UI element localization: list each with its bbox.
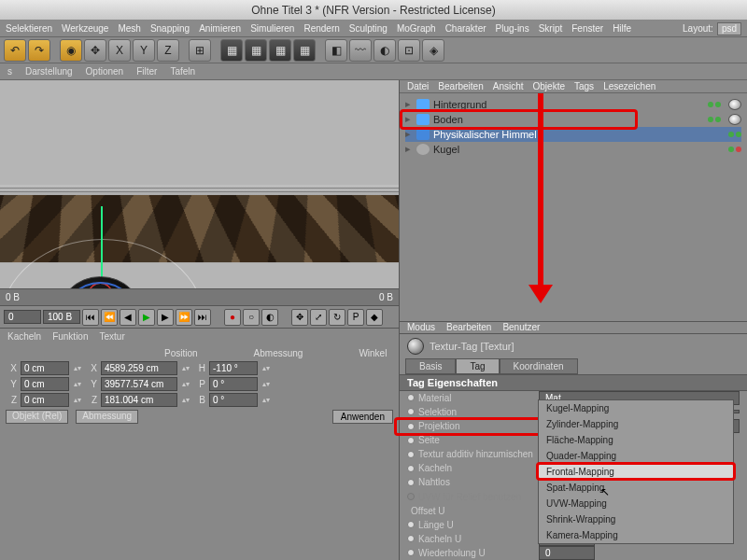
menu-item[interactable]: Mesh	[118, 23, 140, 34]
subtab[interactable]: s	[7, 66, 12, 77]
tree-item-hintergrund[interactable]: ▸ Hintergrund	[405, 97, 741, 112]
tab-basis[interactable]: Basis	[405, 358, 456, 374]
menu-item[interactable]: Charakter	[445, 23, 486, 34]
tree-item-kugel[interactable]: ▸ Kugel	[405, 142, 741, 157]
next-frame-button[interactable]: ▶	[157, 309, 174, 326]
object-tree[interactable]: ▸ Hintergrund ▸ Boden ▸ Physikalischer H…	[400, 93, 747, 322]
menu-item[interactable]: Simulieren	[250, 23, 294, 34]
menu-item[interactable]: Hilfe	[613, 23, 631, 34]
record-button[interactable]: ●	[224, 309, 241, 326]
obj-menu-item[interactable]: Ansicht	[493, 81, 524, 91]
picture-viewer-button[interactable]: ▦	[293, 39, 316, 62]
redo-button[interactable]: ↷	[28, 39, 50, 62]
material-swatch-icon[interactable]	[728, 114, 741, 125]
obj-menu-item[interactable]: Bearbeiten	[438, 81, 483, 91]
axis-x-button[interactable]: X	[108, 39, 131, 62]
spline-button[interactable]: 〰	[349, 39, 372, 62]
prev-frame-button[interactable]: ◀	[120, 309, 136, 326]
subtab[interactable]: Darstellung	[25, 66, 73, 77]
rot-key-button[interactable]: ↻	[329, 309, 345, 326]
subtab[interactable]: Tafeln	[170, 66, 195, 77]
coord-mode-select[interactable]: Objekt (Rel)	[6, 410, 68, 424]
dd-option-selected[interactable]: Frontal-Mapping	[539, 464, 733, 480]
play-forward-button[interactable]: ▶	[138, 309, 155, 326]
axis-z-button[interactable]: Z	[157, 39, 179, 62]
ang-h-field[interactable]	[209, 361, 258, 375]
ang-b-field[interactable]	[209, 393, 258, 407]
axis-y-handle[interactable]	[101, 206, 103, 286]
frame-end-field[interactable]	[43, 310, 80, 324]
viewport[interactable]	[0, 80, 399, 288]
move-button[interactable]: ✥	[84, 39, 106, 62]
dd-option[interactable]: Fläche-Mapping	[539, 432, 733, 448]
dd-option[interactable]: Kamera-Mapping	[539, 527, 733, 543]
menu-item[interactable]: Fenster	[571, 23, 603, 34]
next-key-button[interactable]: ⏩	[176, 309, 192, 326]
scale-key-button[interactable]: ⤢	[310, 309, 327, 326]
size-z-field[interactable]	[101, 393, 177, 407]
size-y-field[interactable]	[101, 377, 177, 391]
menu-item[interactable]: Plug-ins	[496, 23, 529, 34]
layout-select[interactable]: psd	[717, 22, 741, 35]
size-x-field[interactable]	[101, 361, 177, 375]
render-settings-button[interactable]: ▦	[269, 39, 291, 62]
material-swatch-icon[interactable]	[728, 99, 741, 110]
nurbs-button[interactable]: ◐	[374, 39, 396, 62]
pos-key-button[interactable]: ✥	[291, 309, 308, 326]
projection-dropdown[interactable]: Kugel-Mapping Zylinder-Mapping Fläche-Ma…	[538, 399, 734, 544]
subtab[interactable]: Optionen	[86, 66, 124, 77]
obj-menu-item[interactable]: Lesezeichen	[603, 81, 655, 91]
render-region-button[interactable]: ▦	[245, 39, 267, 62]
tree-item-himmel[interactable]: ▸ Physikalischer Himmel	[405, 127, 741, 142]
array-button[interactable]: ⊡	[398, 39, 420, 62]
menu-item[interactable]: Werkzeuge	[62, 23, 108, 34]
dd-option[interactable]: Spat-Mapping	[539, 480, 733, 496]
tab-koordinaten[interactable]: Koordinaten	[500, 358, 578, 374]
menu-item[interactable]: Rendern	[303, 23, 339, 34]
dd-option[interactable]: Kugel-Mapping	[539, 400, 733, 416]
tab-tag[interactable]: Tag	[456, 358, 499, 374]
live-select-button[interactable]: ◉	[60, 39, 82, 62]
menu-item[interactable]: Selektieren	[6, 23, 52, 34]
tree-item-boden[interactable]: ▸ Boden	[405, 112, 741, 127]
render-button[interactable]: ▦	[220, 39, 243, 62]
menu-item[interactable]: Snapping	[150, 23, 190, 34]
pla-key-button[interactable]: ◆	[366, 309, 383, 326]
wiederholung-u-field[interactable]: 0	[539, 546, 595, 560]
dd-option[interactable]: Quader-Mapping	[539, 448, 733, 464]
obj-menu-item[interactable]: Datei	[407, 81, 429, 91]
tab-textur[interactable]: Textur	[100, 331, 125, 342]
obj-menu-item[interactable]: Tags	[574, 81, 594, 91]
ang-p-field[interactable]	[209, 377, 258, 391]
menu-item[interactable]: Animieren	[199, 23, 241, 34]
frame-start-field[interactable]	[4, 310, 41, 324]
dd-option[interactable]: Zylinder-Mapping	[539, 416, 733, 432]
cube-primitive-button[interactable]: ◧	[325, 39, 347, 62]
autokey-button[interactable]: ○	[243, 309, 260, 326]
pos-z-field[interactable]	[21, 393, 69, 407]
prev-key-button[interactable]: ⏪	[101, 309, 118, 326]
coord-sys-button[interactable]: ⊞	[189, 39, 211, 62]
size-mode-select[interactable]: Abmessung	[76, 410, 138, 424]
axis-y-button[interactable]: Y	[133, 39, 155, 62]
deformer-button[interactable]: ◈	[422, 39, 444, 62]
apply-button[interactable]: Anwenden	[332, 410, 393, 424]
undo-button[interactable]: ↶	[4, 39, 26, 62]
param-key-button[interactable]: P	[347, 309, 364, 326]
tab-funktion[interactable]: Funktion	[52, 331, 88, 342]
attr-menu-item[interactable]: Modus	[407, 322, 435, 332]
attr-menu-item[interactable]: Bearbeiten	[446, 322, 491, 332]
attr-menu-item[interactable]: Benutzer	[502, 322, 540, 332]
keyframe-sel-button[interactable]: ◐	[261, 309, 278, 326]
goto-start-button[interactable]: ⏮	[82, 309, 99, 326]
goto-end-button[interactable]: ⏭	[194, 309, 211, 326]
pos-y-field[interactable]	[21, 377, 69, 391]
dd-option[interactable]: UVW-Mapping	[539, 496, 733, 511]
pos-x-field[interactable]	[21, 361, 69, 375]
menu-item[interactable]: Sculpting	[349, 23, 388, 34]
dd-option[interactable]: Shrink-Wrapping	[539, 511, 733, 527]
tab-kacheln[interactable]: Kacheln	[7, 331, 41, 342]
subtab[interactable]: Filter	[136, 66, 157, 77]
menu-item[interactable]: MoGraph	[397, 23, 436, 34]
menu-item[interactable]: Skript	[539, 23, 563, 34]
